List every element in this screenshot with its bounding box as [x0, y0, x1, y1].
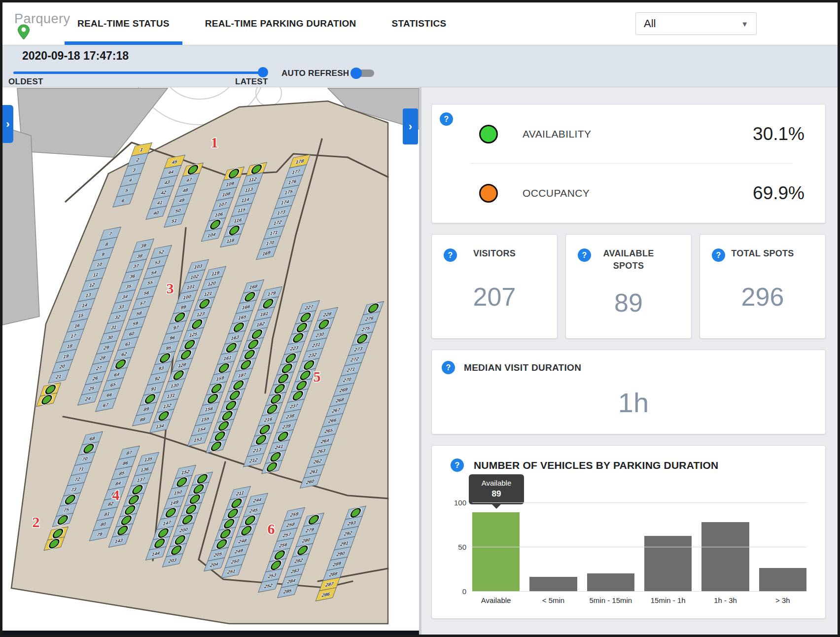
bar-> 3h[interactable]: [759, 568, 806, 591]
oldest-label: OLDEST: [8, 77, 43, 87]
bar-< 5min[interactable]: [529, 577, 577, 591]
timeline-bar: 2020-09-18 17:47:18 OLDEST LATEST AUTO R…: [2, 45, 838, 87]
occupancy-dot-icon: [479, 184, 498, 203]
auto-refresh-toggle[interactable]: [350, 67, 375, 79]
time-slider-handle[interactable]: [258, 67, 268, 77]
toggle-knob: [350, 68, 362, 79]
gridline: [472, 502, 806, 503]
stats-panel: ? AVAILABILITY 30.1% OCCUPANCY 69.9% ? V…: [421, 87, 838, 635]
zone-label-5: 5: [314, 368, 321, 385]
zone-label-6: 6: [268, 521, 275, 537]
bottom-dark-band: [2, 631, 419, 637]
app-window: Parquery REAL-TIME STATUS REAL-TIME PARK…: [0, 0, 840, 637]
occupancy-value: 69.9%: [753, 183, 805, 204]
x-axis-label: 5min - 15min: [587, 596, 634, 604]
x-axis-label: Available: [472, 596, 520, 604]
gridline: [472, 547, 806, 547]
total-spots-card: ? TOTAL SPOTS 296: [700, 234, 826, 339]
auto-refresh-label: AUTO REFRESH: [281, 69, 349, 78]
median-duration-value: 1h: [442, 371, 825, 434]
expand-right-panel-button[interactable]: ›: [403, 108, 418, 144]
chart-tooltip: Available 89: [469, 474, 524, 504]
availability-occupancy-card: ? AVAILABILITY 30.1% OCCUPANCY 69.9%: [431, 104, 826, 223]
x-axis-label: > 3h: [759, 596, 806, 604]
zone-filter-dropdown[interactable]: All ▼: [635, 12, 757, 35]
map-pin-icon: [17, 24, 30, 42]
availability-value: 30.1%: [753, 124, 805, 144]
parking-duration-chart-card: ? NUMBER OF VEHICLES BY PARKING DURATION…: [431, 445, 826, 619]
tab-real-time-parking-duration[interactable]: REAL-TIME PARKING DURATION: [203, 2, 358, 45]
median-visit-duration-card: ? MEDIAN VISIT DURATION 1h: [431, 350, 826, 434]
zone-label-2: 2: [33, 514, 40, 530]
visitors-card: ? VISITORS 207: [431, 234, 558, 339]
x-axis-label: 1h - 3h: [701, 596, 749, 604]
visitors-value: 207: [473, 255, 516, 338]
x-axis-label: 15min - 1h: [644, 596, 692, 604]
tab-real-time-status[interactable]: REAL-TIME STATUS: [75, 2, 172, 45]
latest-label: LATEST: [235, 77, 268, 87]
tab-statistics[interactable]: STATISTICS: [390, 2, 449, 45]
zone-label-3: 3: [167, 280, 174, 296]
zone-filter-value: All: [644, 17, 656, 30]
y-axis-tick: 0: [462, 587, 466, 596]
main-content: 1234564544434241404748495051109108107106…: [2, 87, 838, 635]
help-icon[interactable]: ?: [444, 248, 457, 262]
occupancy-label: OCCUPANCY: [523, 187, 590, 199]
bar-5min - 15min[interactable]: [587, 573, 634, 591]
chart-title: NUMBER OF VEHICLES BY PARKING DURATION: [474, 460, 718, 471]
nav-tabs: REAL-TIME STATUS REAL-TIME PARKING DURAT…: [75, 2, 449, 45]
tooltip-value: 89: [469, 489, 524, 499]
help-icon[interactable]: ?: [578, 248, 591, 262]
gridline: [472, 591, 806, 592]
bar-1h - 3h[interactable]: [701, 522, 749, 591]
availability-dot-icon: [479, 125, 498, 143]
time-slider-track[interactable]: [13, 71, 264, 74]
x-axis-label: < 5min: [529, 596, 577, 604]
top-nav-bar: Parquery REAL-TIME STATUS REAL-TIME PARK…: [2, 2, 838, 45]
help-icon[interactable]: ?: [440, 112, 453, 126]
bar-Available[interactable]: [472, 512, 520, 591]
available-spots-value: 89: [614, 267, 643, 338]
parking-map[interactable]: 1234564544434241404748495051109108107106…: [2, 87, 419, 635]
bar-15min - 1h[interactable]: [644, 536, 692, 591]
help-icon[interactable]: ?: [451, 459, 464, 472]
available-spots-card: ? AVAILABLE SPOTS 89: [565, 234, 692, 339]
parquery-logo[interactable]: Parquery: [14, 11, 78, 39]
stat-cards-row: ? VISITORS 207 ? AVAILABLE SPOTS 89 ? TO…: [431, 234, 826, 339]
zone-label-1: 1: [211, 134, 218, 150]
chevron-down-icon: ▼: [741, 20, 748, 28]
chart-x-labels: Available< 5min5min - 15min15min - 1h1h …: [472, 596, 806, 604]
y-axis-tick: 100: [454, 498, 466, 507]
tooltip-label: Available: [469, 479, 524, 487]
total-spots-value: 296: [741, 255, 784, 338]
bar-chart: Available 89 050100: [472, 502, 806, 591]
availability-label: AVAILABILITY: [523, 128, 591, 140]
expand-left-panel-button[interactable]: ›: [2, 105, 13, 143]
y-axis-tick: 50: [458, 543, 466, 551]
zone-label-4: 4: [112, 487, 120, 503]
help-icon[interactable]: ?: [712, 248, 725, 262]
availability-row: AVAILABILITY 30.1%: [432, 105, 825, 163]
current-timestamp: 2020-09-18 17:47:18: [22, 49, 129, 63]
occupancy-row: OCCUPANCY 69.9%: [432, 164, 825, 222]
